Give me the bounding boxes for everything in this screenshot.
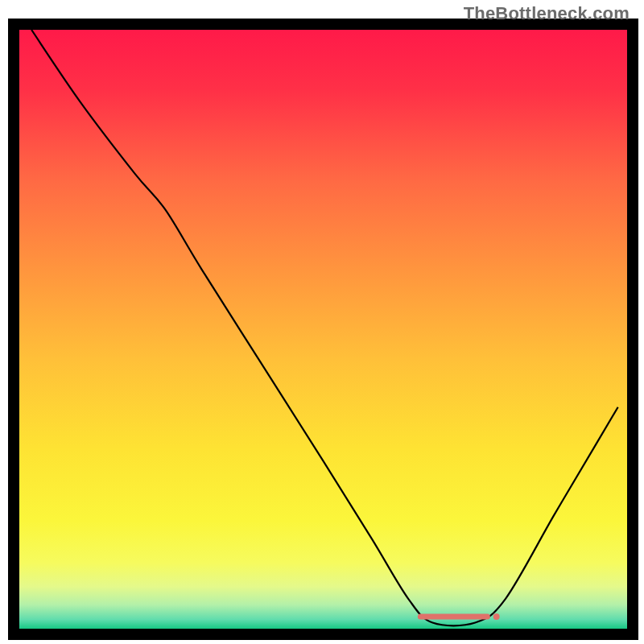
bottleneck-chart-svg [0,0,644,644]
optimal-marker-dot [493,613,500,620]
watermark-text: TheBottleneck.com [464,3,630,24]
plot-background [19,30,627,629]
chart-stage: TheBottleneck.com [0,0,644,644]
